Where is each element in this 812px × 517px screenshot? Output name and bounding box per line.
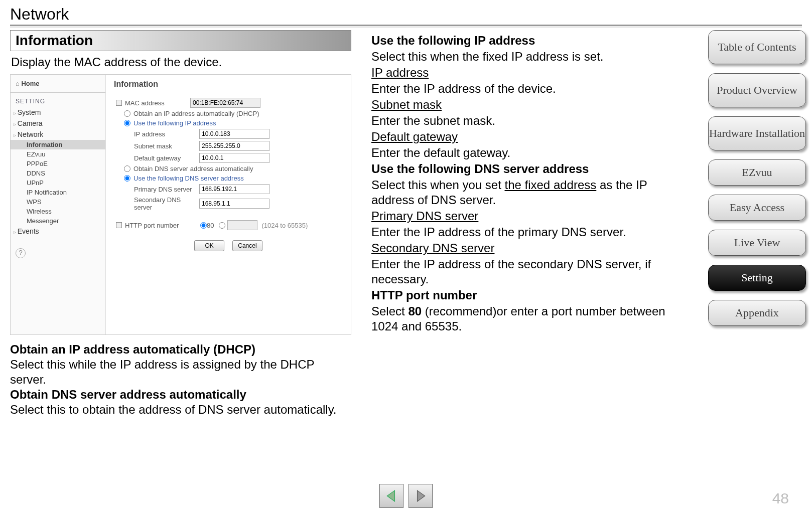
cancel-button[interactable]: Cancel (232, 240, 262, 251)
text: Enter the IP address of the secondary DN… (371, 257, 693, 287)
sidebar-subitem[interactable]: WPS (11, 197, 105, 207)
dns-auto-label: Obtain DNS server address automatically (133, 165, 253, 173)
sidebar-subitem[interactable]: PPPoE (11, 159, 105, 168)
subheading: Primary DNS server (371, 209, 693, 224)
embedded-screenshot: Home SETTING SystemCameraNetwork Informa… (10, 74, 351, 335)
sidebar-subitem[interactable]: Messenger (11, 216, 105, 226)
nav-button[interactable]: Live View (708, 230, 806, 256)
pager (379, 484, 433, 508)
http-custom-field[interactable] (227, 220, 257, 230)
static-ip-radio[interactable] (124, 120, 130, 126)
http-80-label: 80 (207, 222, 214, 229)
nav-button[interactable]: Setting (708, 265, 806, 291)
heading: Use the following IP address (371, 33, 693, 48)
text: Enter the subnet mask. (371, 113, 693, 128)
sidebar-subitem[interactable]: DDNS (11, 168, 105, 178)
text: Select this when you set the fixed addre… (371, 178, 693, 208)
nav-button[interactable]: Appendix (708, 300, 806, 326)
home-link[interactable]: Home (11, 78, 105, 89)
sidebar-subitem[interactable]: Wireless (11, 207, 105, 216)
sdns-label: Secondary DNS server (114, 196, 199, 211)
dns-static-label: Use the following DNS server address (133, 175, 244, 182)
dhcp-radio[interactable] (124, 110, 130, 117)
nav-button[interactable]: Hardware Installation (708, 116, 806, 150)
subnet-label: Subnet mask (114, 142, 199, 150)
nav-button[interactable]: Table of Contents (708, 30, 806, 64)
sidebar-item[interactable]: System (11, 107, 105, 118)
information-header: Information (10, 30, 351, 51)
page-number: 48 (772, 490, 789, 507)
text: Enter the default gateway. (371, 145, 693, 160)
text: Enter the IP address of the primary DNS … (371, 225, 693, 240)
static-ip-label: Use the following IP address (133, 119, 216, 127)
setting-heading: SETTING (11, 92, 105, 107)
prev-page-button[interactable] (379, 484, 403, 508)
text: Select this when the fixed IP address is… (371, 49, 693, 64)
http-80-radio[interactable] (200, 222, 207, 229)
dns-auto-radio[interactable] (124, 165, 130, 172)
svg-marker-0 (387, 490, 394, 501)
mac-field (190, 98, 260, 108)
subnet-field[interactable] (199, 141, 269, 151)
http-label: HTTP port number (125, 222, 200, 229)
ok-button[interactable]: OK (194, 240, 224, 251)
sdns-field[interactable] (199, 199, 269, 209)
svg-marker-1 (418, 490, 425, 501)
ip-label: IP address (114, 130, 199, 138)
left-paragraph: Obtain an IP address automatically (DHCP… (10, 342, 351, 417)
sidebar-item[interactable]: Camera (11, 118, 105, 129)
sidebar-item-events[interactable]: Events (11, 226, 105, 237)
heading: Use the following DNS server address (371, 161, 693, 177)
sidebar-item[interactable]: Network (11, 129, 105, 140)
pdns-field[interactable] (199, 184, 269, 194)
subheading: Subnet mask (371, 97, 693, 112)
page-title: Network (10, 5, 802, 26)
gateway-field[interactable] (199, 153, 269, 163)
pdns-label: Primary DNS server (114, 186, 199, 193)
dns-static-radio[interactable] (124, 175, 130, 182)
side-navigation: Table of ContentsProduct OverviewHardwar… (708, 30, 806, 326)
text: Enter the IP address of the device. (371, 81, 693, 96)
next-page-button[interactable] (409, 484, 433, 508)
subheading: IP address (371, 65, 693, 80)
gateway-label: Default gateway (114, 154, 199, 162)
sidebar-subitem[interactable]: IP Notification (11, 188, 105, 197)
http-range: (1024 to 65535) (261, 222, 308, 229)
sidebar-subitem[interactable]: EZvuu (11, 149, 105, 159)
subheading: Default gateway (371, 129, 693, 144)
information-description: Display the MAC address of the device. (11, 55, 350, 69)
nav-button[interactable]: Easy Access (708, 195, 806, 221)
help-icon[interactable] (11, 237, 105, 268)
square-icon (116, 222, 122, 228)
sidebar-subitem[interactable]: Information (11, 140, 105, 149)
text: Select 80 (recommend)or enter a port num… (371, 304, 693, 334)
heading: HTTP port number (371, 288, 693, 303)
dhcp-label: Obtain an IP address automatically (DHCP… (133, 110, 259, 117)
nav-button[interactable]: EZvuu (708, 159, 806, 186)
subheading: Secondary DNS server (371, 241, 693, 256)
sidebar-subitem[interactable]: UPnP (11, 178, 105, 188)
square-icon (116, 100, 122, 106)
http-custom-radio[interactable] (219, 222, 225, 229)
mac-label: MAC address (125, 99, 190, 107)
panel-title: Information (114, 80, 343, 89)
ip-field[interactable] (199, 129, 269, 139)
nav-button[interactable]: Product Overview (708, 73, 806, 107)
